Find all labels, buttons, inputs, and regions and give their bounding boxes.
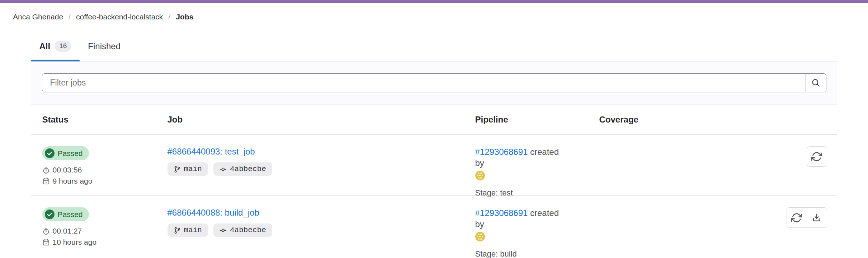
table-row: Passed 00:01:27 10 hours ago <box>31 196 837 255</box>
calendar-icon <box>42 178 50 185</box>
status-cell: Passed 00:01:27 10 hours ago <box>42 207 168 247</box>
job-cell: #6866440093: test_job main <box>168 146 475 176</box>
breadcrumb: Anca Ghenade / coffee-backend-localstack… <box>13 13 193 21</box>
filter-section <box>31 61 837 105</box>
pipeline-cell: #1293068691 created by Stage: test <box>475 146 599 198</box>
commit-icon <box>220 227 227 234</box>
breadcrumb-current-page: Jobs <box>176 13 193 21</box>
commit-icon <box>220 166 227 173</box>
commit-sha: 4abbecbe <box>230 226 266 234</box>
column-header-coverage: Coverage <box>599 115 748 125</box>
pipeline-link[interactable]: #1293068691 <box>475 208 528 218</box>
job-link[interactable]: #6866440088: build_job <box>168 208 259 218</box>
download-icon <box>811 212 822 223</box>
job-duration-value: 00:01:27 <box>53 227 82 235</box>
job-duration: 00:03:56 <box>42 166 168 174</box>
pipeline-by-text: by <box>475 219 484 229</box>
tab-all-count-badge: 16 <box>55 41 71 52</box>
pipeline-stage: Stage: build <box>475 249 599 258</box>
actions-cell <box>787 207 827 228</box>
commit-sha-pill[interactable]: 4abbecbe <box>213 162 272 176</box>
stopwatch-icon <box>42 166 50 174</box>
download-artifacts-button[interactable] <box>807 207 827 228</box>
job-age: 10 hours ago <box>42 238 168 247</box>
retry-job-button[interactable] <box>787 207 807 228</box>
tab-finished[interactable]: Finished <box>80 31 129 61</box>
status-badge: Passed <box>42 146 89 160</box>
pipeline-created-text: created <box>530 147 559 157</box>
stopwatch-icon <box>42 227 50 235</box>
job-refs: main 4abbecbe <box>168 162 475 176</box>
tab-finished-label: Finished <box>88 41 121 51</box>
pipeline-created-text: created <box>530 208 559 218</box>
system-header-bar <box>0 0 868 3</box>
filter-jobs-input[interactable] <box>42 73 806 92</box>
pipeline-by-text: by <box>475 158 484 168</box>
pipeline-stage: Stage: test <box>475 188 599 198</box>
retry-icon <box>811 151 822 162</box>
retry-icon <box>791 212 802 223</box>
column-header-job: Job <box>168 115 475 125</box>
check-circle-icon <box>45 148 55 158</box>
branch-icon <box>174 227 181 234</box>
status-badge: Passed <box>42 207 89 221</box>
check-circle-icon <box>45 209 55 219</box>
calendar-icon <box>42 239 50 246</box>
job-age-value: 10 hours ago <box>53 238 97 247</box>
branch-name: main <box>184 226 202 234</box>
commit-sha-pill[interactable]: 4abbecbe <box>213 224 272 237</box>
commit-sha: 4abbecbe <box>230 165 266 173</box>
jobs-tabs: All 16 Finished <box>31 31 837 61</box>
table-row: Passed 00:03:56 9 hours ago <box>31 135 837 196</box>
branch-ref-pill[interactable]: main <box>168 224 208 237</box>
column-header-pipeline: Pipeline <box>475 115 599 125</box>
job-age: 9 hours ago <box>42 177 168 185</box>
column-header-status: Status <box>42 115 168 125</box>
retry-job-button[interactable] <box>807 146 827 167</box>
job-duration-value: 00:03:56 <box>53 166 82 174</box>
filter-input-group <box>42 73 826 92</box>
job-duration: 00:01:27 <box>42 227 168 235</box>
breadcrumb-separator: / <box>69 13 71 21</box>
pipeline-link[interactable]: #1293068691 <box>475 147 528 157</box>
status-badge-label: Passed <box>58 148 83 158</box>
actions-cell <box>807 146 827 167</box>
triggerer-avatar[interactable] <box>475 232 599 241</box>
breadcrumb-bar: Anca Ghenade / coffee-backend-localstack… <box>0 3 868 31</box>
triggerer-avatar[interactable] <box>475 171 599 180</box>
tab-all[interactable]: All 16 <box>31 31 80 61</box>
pipeline-info: #1293068691 created by <box>475 146 599 180</box>
pipeline-info: #1293068691 created by <box>475 207 599 241</box>
search-icon <box>811 78 821 88</box>
breadcrumb-separator: / <box>168 13 170 21</box>
breadcrumb-project-link[interactable]: coffee-backend-localstack <box>76 13 163 21</box>
search-button[interactable] <box>806 73 826 92</box>
branch-icon <box>174 166 181 173</box>
branch-ref-pill[interactable]: main <box>168 162 208 176</box>
breadcrumb-group-link[interactable]: Anca Ghenade <box>13 13 63 21</box>
branch-name: main <box>184 165 202 173</box>
job-cell: #6866440088: build_job main <box>168 207 475 237</box>
job-link[interactable]: #6866440093: test_job <box>168 147 255 157</box>
pipeline-cell: #1293068691 created by Stage: build <box>475 207 599 258</box>
status-cell: Passed 00:03:56 9 hours ago <box>42 146 168 185</box>
status-badge-label: Passed <box>58 209 83 219</box>
job-age-value: 9 hours ago <box>53 177 93 185</box>
job-refs: main 4abbecbe <box>168 224 475 237</box>
table-header-row: Status Job Pipeline Coverage <box>31 105 837 135</box>
actions-button-group <box>787 207 827 228</box>
tab-all-label: All <box>39 41 51 51</box>
